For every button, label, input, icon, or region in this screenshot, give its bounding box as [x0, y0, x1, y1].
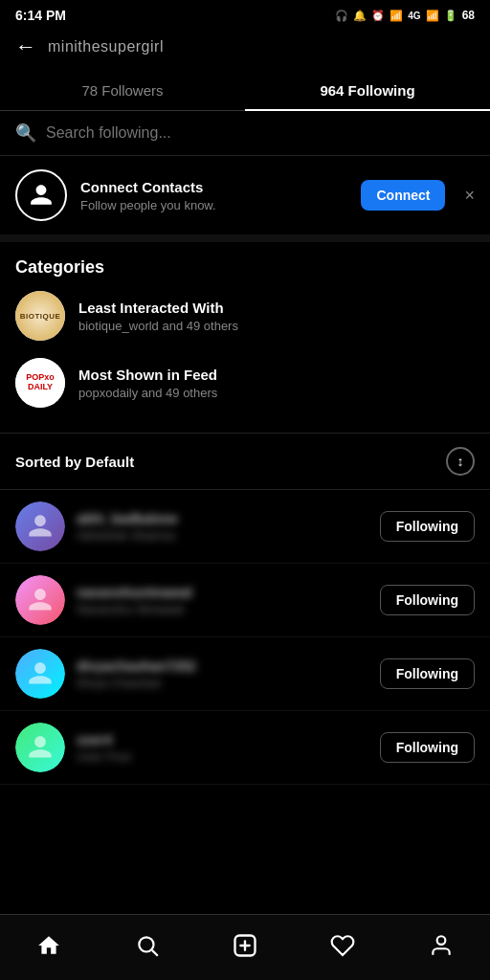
- category-desc: biotique_world and 49 others: [78, 319, 475, 333]
- following-list: abhi_badkalone Abhishek Sharma Following…: [0, 490, 490, 785]
- nav-home[interactable]: [26, 926, 72, 965]
- category-avatar-popxo: POPxoDAILY: [15, 358, 65, 408]
- header: ← minithesupergirl: [0, 27, 490, 71]
- battery-level: 68: [462, 9, 475, 22]
- user-handle-2: divyachauhan7252: [77, 658, 368, 674]
- search-bar: 🔍: [0, 111, 490, 156]
- contact-avatar: [15, 169, 67, 221]
- tabs-container: 78 Followers 964 Following: [0, 71, 490, 111]
- category-info-least: Least Interacted With biotique_world and…: [78, 300, 475, 333]
- following-button-3[interactable]: Following: [380, 732, 475, 763]
- user-name-2: Divya Chauhan: [77, 676, 368, 690]
- sort-icon-button[interactable]: ↕: [446, 447, 475, 476]
- nav-activity[interactable]: [320, 926, 366, 965]
- svg-point-0: [139, 937, 153, 951]
- user-info-3: user4 User Four: [77, 732, 368, 764]
- connect-button[interactable]: Connect: [361, 180, 445, 211]
- status-bar: 6:14 PM 🎧 🔔 ⏰ 📶 4G 📶 🔋 68: [0, 0, 490, 27]
- close-connect-button[interactable]: ×: [464, 186, 475, 206]
- user-handle-0: abhi_badkalone: [77, 511, 368, 526]
- contact-info: Connect Contacts Follow people you know.: [80, 179, 347, 212]
- user-info-0: abhi_badkalone Abhishek Sharma: [77, 511, 368, 543]
- contact-subtitle: Follow people you know.: [80, 198, 347, 212]
- svg-point-5: [436, 936, 445, 945]
- headphone-icon: 🎧: [335, 10, 348, 22]
- category-most-shown[interactable]: POPxoDAILY Most Shown in Feed popxodaily…: [15, 358, 475, 408]
- following-button-0[interactable]: Following: [380, 511, 475, 542]
- svg-line-1: [151, 950, 157, 956]
- alarm-icon: ⏰: [371, 10, 385, 22]
- nav-search[interactable]: [124, 926, 170, 965]
- search-icon: 🔍: [15, 122, 36, 144]
- category-name-most: Most Shown in Feed: [78, 367, 475, 383]
- following-button-2[interactable]: Following: [380, 658, 475, 689]
- following-item-0: abhi_badkalone Abhishek Sharma Following: [0, 490, 490, 564]
- user-avatar-2: [15, 649, 65, 699]
- status-icons: 🎧 🔔 ⏰ 📶 4G 📶 🔋 68: [335, 9, 475, 22]
- category-info-most: Most Shown in Feed popxodaily and 49 oth…: [78, 367, 475, 400]
- category-avatar-biotique: BIOTIQUE: [15, 291, 65, 341]
- tab-following[interactable]: 964 Following: [245, 71, 490, 110]
- categories-section: Categories BIOTIQUE Least Interacted Wit…: [0, 242, 490, 433]
- signal2-icon: 📶: [426, 10, 439, 22]
- user-handle-1: navanshunimawal: [77, 585, 368, 600]
- connect-contacts-card: Connect Contacts Follow people you know.…: [0, 156, 490, 242]
- sort-label: Sorted by Default: [15, 454, 134, 470]
- user-avatar-0: [15, 501, 65, 551]
- following-button-1[interactable]: Following: [380, 585, 475, 615]
- battery-icon: 🔋: [444, 10, 457, 22]
- category-desc-most: popxodaily and 49 others: [78, 386, 475, 400]
- status-time: 6:14 PM: [15, 8, 66, 23]
- user-name-3: User Four: [77, 749, 368, 764]
- category-name: Least Interacted With: [78, 300, 475, 316]
- user-avatar-3: [15, 723, 65, 772]
- user-name-0: Abhishek Sharma: [77, 528, 368, 543]
- nav-profile[interactable]: [418, 926, 464, 965]
- search-input[interactable]: [46, 124, 475, 142]
- back-button[interactable]: ←: [15, 34, 36, 59]
- category-least-interacted[interactable]: BIOTIQUE Least Interacted With biotique_…: [15, 291, 475, 341]
- user-info-2: divyachauhan7252 Divya Chauhan: [77, 658, 368, 690]
- user-handle-3: user4: [77, 732, 368, 747]
- contact-title: Connect Contacts: [80, 179, 347, 195]
- following-item-3: user4 User Four Following: [0, 711, 490, 785]
- bottom-nav: [0, 914, 490, 980]
- profile-username: minithesupergirl: [48, 38, 164, 56]
- sort-bar: Sorted by Default ↕: [0, 433, 490, 490]
- nav-add[interactable]: [222, 926, 268, 965]
- user-name-1: Navanshu Nimawal: [77, 602, 368, 616]
- network-icon: 4G: [408, 11, 420, 21]
- signal-icon: 📶: [390, 10, 403, 22]
- following-item-1: navanshunimawal Navanshu Nimawal Followi…: [0, 564, 490, 637]
- user-info-1: navanshunimawal Navanshu Nimawal: [77, 585, 368, 616]
- following-item-2: divyachauhan7252 Divya Chauhan Following: [0, 637, 490, 711]
- categories-title: Categories: [15, 257, 475, 278]
- user-avatar-1: [15, 575, 65, 625]
- bell-icon: 🔔: [353, 10, 367, 22]
- tab-followers[interactable]: 78 Followers: [0, 71, 245, 110]
